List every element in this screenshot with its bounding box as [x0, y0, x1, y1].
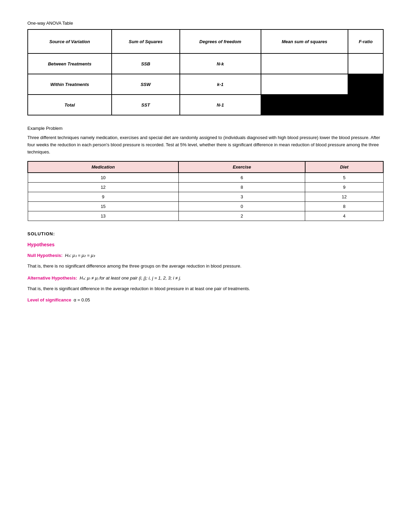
alt-hypothesis-line: Alternative Hypothesis: Hₐ: μᵢ ≠ μⱼ for … — [27, 275, 384, 282]
example-paragraph: Three different techniques namely medica… — [27, 134, 384, 156]
data-cell-0-2: 5 — [305, 173, 383, 183]
anova-cell-2-4 — [348, 95, 383, 115]
data-cell-1-0: 12 — [28, 183, 178, 192]
anova-header-degrees: Degrees of freedom — [180, 29, 261, 53]
anova-header-sum: Sum of Squares — [112, 29, 180, 53]
null-label: Null Hypothesis: — [27, 253, 63, 258]
data-cell-4-2: 4 — [305, 211, 383, 221]
anova-row-2: TotalSSTN-1 — [28, 95, 383, 115]
anova-header-source: Source of Variation — [28, 29, 112, 53]
anova-row-1: Within TreatmentsSSWk-1 — [28, 74, 383, 95]
anova-cell-0-2: N-k — [180, 53, 261, 74]
anova-cell-0-3 — [261, 53, 348, 74]
anova-cell-2-3 — [261, 95, 348, 115]
data-cell-3-2: 8 — [305, 202, 383, 211]
level-significance-line: Level of significance α = 0.05 — [27, 297, 384, 302]
anova-header-fratio: F-ratio — [348, 29, 383, 53]
data-cell-3-0: 15 — [28, 202, 178, 211]
data-header-0: Medication — [28, 161, 178, 173]
anova-section-title: One-way ANOVA Table — [27, 21, 384, 26]
anova-header-mean: Mean sum of squares — [261, 29, 348, 53]
data-table-header-row: MedicationExerciseDiet — [28, 161, 383, 173]
anova-cell-2-0: Total — [28, 95, 112, 115]
alt-description: That is, there is significant difference… — [27, 285, 384, 293]
example-title: Example Problem — [27, 126, 384, 131]
data-row-0: 1065 — [28, 173, 383, 183]
anova-cell-2-2: N-1 — [180, 95, 261, 115]
data-cell-0-1: 6 — [178, 173, 305, 183]
level-sig-value: α = 0.05 — [74, 297, 90, 302]
anova-cell-2-1: SST — [112, 95, 180, 115]
data-cell-1-1: 8 — [178, 183, 305, 192]
level-sig-label: Level of significance — [27, 297, 71, 302]
data-cell-4-1: 2 — [178, 211, 305, 221]
data-cell-0-0: 10 — [28, 173, 178, 183]
data-cell-3-1: 0 — [178, 202, 305, 211]
data-cell-4-0: 13 — [28, 211, 178, 221]
data-header-2: Diet — [305, 161, 383, 173]
null-description: That is, there is no significant differe… — [27, 263, 384, 270]
data-row-3: 1508 — [28, 202, 383, 211]
data-cell-2-1: 3 — [178, 192, 305, 202]
anova-cell-1-1: SSW — [112, 74, 180, 95]
anova-cell-1-3 — [261, 74, 348, 95]
data-cell-1-2: 9 — [305, 183, 383, 192]
anova-row-0: Between TreatmentsSSBN-k — [28, 53, 383, 74]
solution-label: SOLUTION: — [27, 231, 384, 236]
null-formula: H₀: μ₁ = μ₂ = μ₃ — [65, 253, 95, 258]
anova-cell-1-4 — [348, 74, 383, 95]
data-row-2: 9312 — [28, 192, 383, 202]
anova-cell-1-2: k-1 — [180, 74, 261, 95]
data-row-4: 1324 — [28, 211, 383, 221]
data-header-1: Exercise — [178, 161, 305, 173]
data-row-1: 1289 — [28, 183, 383, 192]
data-table: MedicationExerciseDiet 10651289931215081… — [27, 161, 384, 221]
anova-table: Source of Variation Sum of Squares Degre… — [27, 29, 384, 115]
data-cell-2-0: 9 — [28, 192, 178, 202]
anova-cell-0-0: Between Treatments — [28, 53, 112, 74]
null-hypothesis-line: Null Hypothesis: H₀: μ₁ = μ₂ = μ₃ — [27, 252, 384, 259]
anova-cell-0-1: SSB — [112, 53, 180, 74]
data-cell-2-2: 12 — [305, 192, 383, 202]
alt-formula: Hₐ: μᵢ ≠ μⱼ for at least one pair (i, j)… — [79, 275, 181, 281]
anova-cell-1-0: Within Treatments — [28, 74, 112, 95]
anova-cell-0-4 — [348, 53, 383, 74]
hypotheses-heading: Hypotheses — [27, 242, 384, 247]
alt-label: Alternative Hypothesis: — [27, 275, 77, 281]
